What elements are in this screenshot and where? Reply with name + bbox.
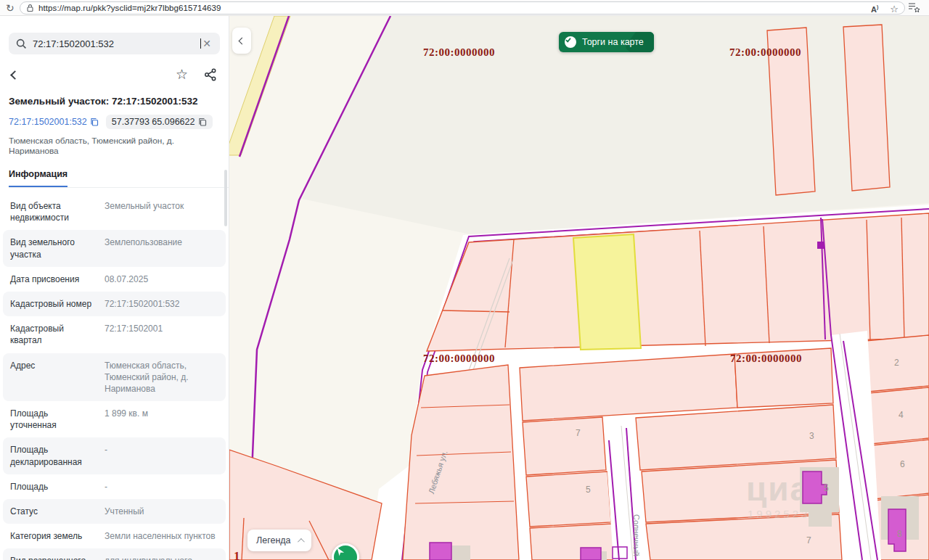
lock-icon [26, 4, 34, 12]
parcel-info-panel: 72:17:1502001:532 ✕ ☆ Земельный участок:… [0, 16, 229, 560]
quarter-label: 72:00:0000000 [729, 46, 801, 58]
search-value: 72:17:1502001:532 [33, 38, 200, 49]
table-row: Площадь- [3, 474, 226, 499]
chevron-left-icon [238, 37, 245, 44]
copy-icon[interactable] [198, 118, 207, 126]
quarter-label: 72:00:0000000 [423, 353, 495, 364]
building-shadow [809, 511, 832, 527]
table-row: Вид земельного участкаЗемлепользование [3, 230, 226, 266]
back-chevron-icon[interactable] [10, 70, 20, 80]
cadastral-parcel[interactable] [843, 25, 890, 191]
share-icon[interactable] [204, 68, 217, 81]
parcel-number-label: 6 [900, 459, 905, 469]
info-table: Вид объекта недвижимостиЗемельный участо… [3, 194, 226, 560]
reload-icon[interactable]: ↻ [6, 2, 15, 14]
table-row: Вид объекта недвижимостиЗемельный участо… [3, 194, 226, 230]
cadastral-parcel[interactable] [871, 440, 929, 499]
navigation-arrow-icon [334, 545, 345, 557]
favorite-object-icon[interactable]: ☆ [176, 68, 188, 81]
table-row: Площадь декларированная- [3, 437, 226, 474]
copy-icon[interactable] [90, 118, 99, 126]
parcel-number-label: 5 [824, 483, 829, 493]
parcel-number-label: 1 [234, 549, 240, 560]
quarter-label: 72:00:0000000 [423, 46, 495, 58]
browser-address-bar: ↻ https://map.ru/pkk?ysclid=mj2kr7lbbg61… [0, 0, 929, 16]
parcel-number-label: 5 [586, 485, 591, 495]
check-icon [565, 36, 576, 48]
url-field[interactable]: https://map.ru/pkk?ysclid=mj2kr7lbbg6157… [20, 1, 905, 15]
object-address: Тюменская область, Тюменский район, д. Н… [9, 136, 220, 156]
parcel-number-label: 8 [897, 529, 902, 539]
table-row: Площадь уточненная1 899 кв. м [3, 401, 226, 437]
cadastral-parcel[interactable] [526, 472, 611, 527]
table-row: АдресТюменская область, Тюменский район,… [3, 353, 226, 402]
search-icon [16, 38, 27, 49]
collections-icon[interactable] [908, 1, 920, 13]
search-input[interactable]: 72:17:1502001:532 ✕ [9, 33, 220, 54]
sidebar-scrollbar[interactable] [224, 170, 227, 226]
quarter-label: 72:00:0000000 [730, 353, 802, 364]
cadastral-block[interactable] [403, 365, 519, 560]
page-title: Земельный участок: 72:17:1502001:532 [9, 96, 220, 107]
trades-on-map-button[interactable]: Торги на карте [559, 32, 654, 52]
building [430, 543, 451, 560]
cadastral-parcel[interactable] [523, 417, 606, 475]
parcel-number-label: 7 [806, 535, 811, 545]
table-row: Кадастровый квартал72:17:1502001 [3, 316, 226, 353]
parcel-number-label: 4 [899, 410, 904, 420]
clear-search-icon[interactable]: ✕ [201, 38, 213, 49]
read-aloud-icon[interactable]: A) [871, 4, 878, 14]
cadastral-number-link[interactable]: 72:17:1502001:532 [9, 117, 99, 127]
building [581, 548, 601, 560]
parcel-number-label: 2 [894, 358, 899, 368]
cadastral-map[interactable]: циан 19925231 72:00:0000000 72:00:000000… [229, 16, 929, 560]
favorite-star-icon[interactable]: ☆ [890, 4, 899, 15]
parcel-number-label: 7 [576, 428, 581, 438]
selected-parcel[interactable] [573, 234, 641, 350]
legend-button[interactable]: Легенда [247, 530, 311, 551]
table-row: Вид разрешенного использованиядля индиви… [3, 548, 226, 560]
tab-information[interactable]: Информация [9, 169, 67, 187]
table-row: СтатусУчтенный [3, 499, 226, 524]
coordinates-chip[interactable]: 57.37793 65.096622 [106, 115, 213, 129]
table-row: Категория земельЗемли населенных пунктов [3, 524, 226, 548]
chevron-up-icon [298, 538, 305, 545]
table-row: Кадастровый номер72:17:1502001:532 [3, 292, 226, 316]
table-row: Дата присвоения08.07.2025 [3, 267, 226, 292]
parcel-number-label: 3 [809, 431, 814, 441]
street-label-solnechnyy: Солнечный [632, 514, 641, 556]
url-text: https://map.ru/pkk?ysclid=mj2kr7lbbg6157… [38, 4, 221, 12]
collapse-panel-button[interactable] [232, 28, 251, 54]
